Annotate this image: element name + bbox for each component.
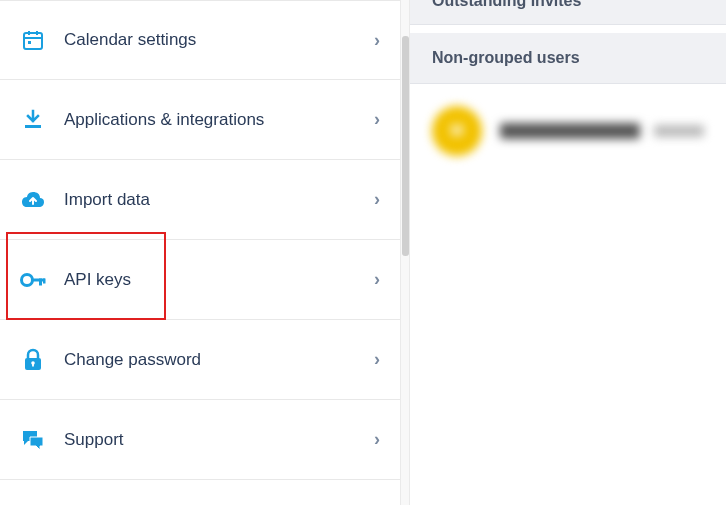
svg-point-6	[22, 274, 33, 285]
avatar: M	[432, 106, 482, 156]
menu-item-label: Change password	[64, 350, 374, 370]
download-icon	[18, 105, 48, 135]
menu-item-api-keys[interactable]: API keys ›	[0, 240, 400, 320]
svg-rect-4	[28, 41, 31, 44]
menu-item-label: Import data	[64, 190, 374, 210]
svg-rect-5	[25, 125, 41, 128]
chevron-right-icon: ›	[374, 269, 380, 290]
scrollbar-thumb[interactable]	[402, 36, 409, 256]
menu-item-label: Calendar settings	[64, 30, 374, 50]
right-panel: Outstanding Invites Non-grouped users M	[410, 0, 726, 505]
svg-rect-8	[39, 278, 42, 285]
chevron-right-icon: ›	[374, 30, 380, 51]
menu-item-label: Applications & integrations	[64, 110, 374, 130]
cloud-upload-icon	[18, 185, 48, 215]
user-name	[500, 123, 640, 139]
calendar-icon	[18, 25, 48, 55]
chevron-right-icon: ›	[374, 109, 380, 130]
chevron-right-icon: ›	[374, 429, 380, 450]
section-header-outstanding-invites: Outstanding Invites	[410, 0, 726, 25]
menu-item-label: Support	[64, 430, 374, 450]
menu-item-import-data[interactable]: Import data ›	[0, 160, 400, 240]
lock-icon	[18, 345, 48, 375]
svg-rect-12	[32, 363, 34, 367]
menu-item-support[interactable]: Support ›	[0, 400, 400, 480]
chat-icon	[18, 425, 48, 455]
chevron-right-icon: ›	[374, 189, 380, 210]
user-role	[654, 125, 704, 137]
svg-rect-0	[24, 33, 42, 49]
svg-rect-9	[43, 278, 46, 283]
user-row[interactable]: M	[410, 84, 726, 178]
menu-item-applications-integrations[interactable]: Applications & integrations ›	[0, 80, 400, 160]
menu-item-change-password[interactable]: Change password ›	[0, 320, 400, 400]
chevron-right-icon: ›	[374, 349, 380, 370]
menu-item-calendar-settings[interactable]: Calendar settings ›	[0, 0, 400, 80]
settings-menu: Calendar settings › Applications & integ…	[0, 0, 400, 505]
section-header-non-grouped-users: Non-grouped users	[410, 33, 726, 84]
key-icon	[18, 265, 48, 295]
menu-item-label: API keys	[64, 270, 374, 290]
scrollbar[interactable]	[400, 0, 410, 505]
